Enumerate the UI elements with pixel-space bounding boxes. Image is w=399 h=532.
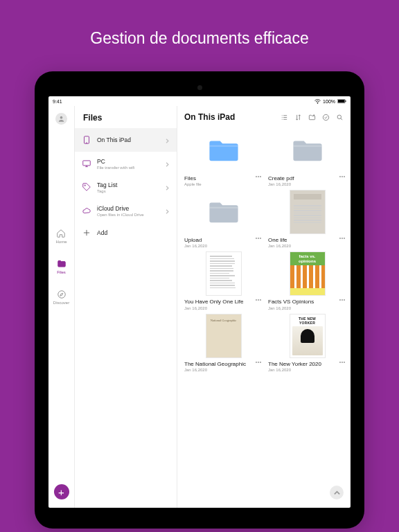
- more-icon[interactable]: [338, 235, 346, 242]
- svg-rect-8: [83, 161, 91, 166]
- more-icon[interactable]: [338, 296, 346, 303]
- more-icon[interactable]: [254, 296, 263, 303]
- rail-files[interactable]: Files: [57, 259, 66, 274]
- battery-icon: [337, 99, 346, 104]
- status-bar: 9:41 100%: [48, 96, 351, 106]
- search-icon[interactable]: [336, 114, 344, 121]
- more-icon[interactable]: [338, 359, 346, 366]
- file-date: Jan 16,2020: [268, 368, 337, 372]
- file-item[interactable]: UploadJan 16,2020: [184, 189, 263, 248]
- file-date: Jan 16,2020: [184, 368, 253, 372]
- file-title: One life: [268, 237, 337, 243]
- location-add[interactable]: Add: [75, 222, 177, 243]
- location-sublabel: File transfer with wifi: [97, 166, 159, 170]
- file-title: You Have Only One Life: [184, 299, 253, 305]
- file-item[interactable]: facts vs. opinionsFacts VS OpinionsJan 1…: [268, 251, 346, 310]
- location-label: Add: [97, 229, 170, 236]
- thumbnail: facts vs. opinions: [268, 251, 346, 296]
- file-item[interactable]: FilesApple file: [184, 127, 263, 186]
- rail-files-label: Files: [57, 270, 66, 274]
- svg-rect-3: [346, 100, 346, 102]
- thumbnail: [268, 127, 346, 173]
- cloud-icon: [82, 206, 91, 215]
- file-title: Facts VS Opinions: [268, 299, 337, 305]
- file-date: Jan 16,2020: [268, 182, 337, 186]
- ipad-frame: 9:41 100% Home Files: [35, 71, 364, 529]
- more-icon[interactable]: [254, 235, 263, 242]
- file-title: Upload: [184, 237, 253, 243]
- svg-point-10: [323, 114, 328, 120]
- monitor-icon: [82, 159, 91, 168]
- thumbnail: [184, 251, 263, 296]
- compass-icon: [57, 290, 66, 299]
- location-icloud-drive[interactable]: iCloud DriveOpen files in iCloud Drive: [75, 199, 177, 222]
- content-header: On This iPad: [177, 106, 351, 126]
- toolbar: [281, 114, 344, 121]
- more-icon[interactable]: [254, 173, 263, 180]
- home-icon: [56, 229, 66, 238]
- file-item[interactable]: THE NEW YORKERThe New Yorker 2020Jan 16,…: [268, 313, 346, 372]
- svg-point-7: [87, 143, 87, 143]
- file-date: Apple file: [184, 182, 253, 186]
- file-item[interactable]: Create pdfJan 16,2020: [268, 127, 346, 186]
- file-item[interactable]: One lifeJan 16,2020: [268, 189, 346, 248]
- folder-icon: [57, 259, 66, 269]
- locations-panel: Files On This iPad PCFile transfer with …: [75, 106, 177, 508]
- plus-icon: [82, 228, 91, 238]
- file-title: The National Geographic: [184, 361, 253, 367]
- tag-icon: [82, 182, 91, 192]
- file-grid: FilesApple fileCreate pdfJan 16,2020Uplo…: [177, 126, 351, 508]
- screen: 9:41 100% Home Files: [48, 96, 351, 508]
- svg-point-11: [337, 115, 342, 119]
- svg-point-4: [60, 116, 63, 119]
- locations-title: Files: [75, 106, 177, 128]
- ipad-camera: [197, 85, 202, 90]
- location-label: On This iPad: [97, 136, 159, 143]
- sort-icon[interactable]: [294, 114, 302, 121]
- list-view-icon[interactable]: [281, 114, 288, 121]
- file-date: Jan 16,2020: [268, 306, 337, 310]
- file-item[interactable]: National GeographicThe National Geograph…: [184, 313, 263, 372]
- file-title: Files: [184, 175, 253, 181]
- location-sublabel: Tags: [97, 189, 159, 193]
- ipad-icon: [82, 135, 91, 145]
- content-title: On This iPad: [184, 112, 235, 122]
- file-date: Jan 16,2020: [184, 244, 253, 248]
- rail-discover[interactable]: Discover: [53, 290, 69, 305]
- chevron-up-icon: [334, 490, 340, 496]
- file-title: The New Yorker 2020: [268, 361, 337, 367]
- file-title: Create pdf: [268, 175, 337, 181]
- more-icon[interactable]: [338, 173, 346, 180]
- avatar[interactable]: [55, 113, 67, 125]
- scroll-to-top[interactable]: [330, 486, 344, 499]
- chevron-right-icon: [165, 204, 170, 217]
- rail-home-label: Home: [55, 240, 66, 244]
- more-icon[interactable]: [254, 359, 263, 366]
- thumbnail: [268, 189, 346, 235]
- app: Home Files Discover + Files On: [48, 106, 351, 508]
- content-area: On This iPad FilesApple fileCreate pdfJa…: [177, 106, 351, 508]
- location-pc[interactable]: PCFile transfer with wifi: [75, 152, 177, 175]
- chevron-right-icon: [165, 157, 170, 170]
- location-tag-list[interactable]: Tag ListTags: [75, 175, 177, 199]
- location-label: Tag List: [97, 181, 159, 188]
- location-sublabel: Open files in iCloud Drive: [97, 213, 159, 217]
- fab-add[interactable]: +: [54, 484, 69, 499]
- location-label: iCloud Drive: [97, 205, 159, 212]
- rail-discover-label: Discover: [53, 301, 69, 305]
- status-time: 9:41: [53, 99, 62, 104]
- wifi-icon: [314, 99, 321, 104]
- new-folder-icon[interactable]: [308, 114, 316, 121]
- svg-point-0: [317, 103, 318, 103]
- file-item[interactable]: You Have Only One LifeJan 16,2020: [184, 251, 263, 310]
- chevron-right-icon: [165, 134, 170, 146]
- status-battery-pct: 100%: [323, 99, 335, 104]
- rail-home[interactable]: Home: [55, 229, 66, 244]
- select-icon[interactable]: [322, 114, 330, 121]
- hero-headline: Gestion de documents efficace: [0, 0, 399, 71]
- file-date: Jan 16,2020: [184, 306, 253, 310]
- location-on-this-ipad[interactable]: On This iPad: [75, 128, 177, 152]
- thumbnail: [184, 189, 263, 235]
- plus-icon: +: [58, 487, 64, 497]
- svg-point-9: [85, 185, 85, 186]
